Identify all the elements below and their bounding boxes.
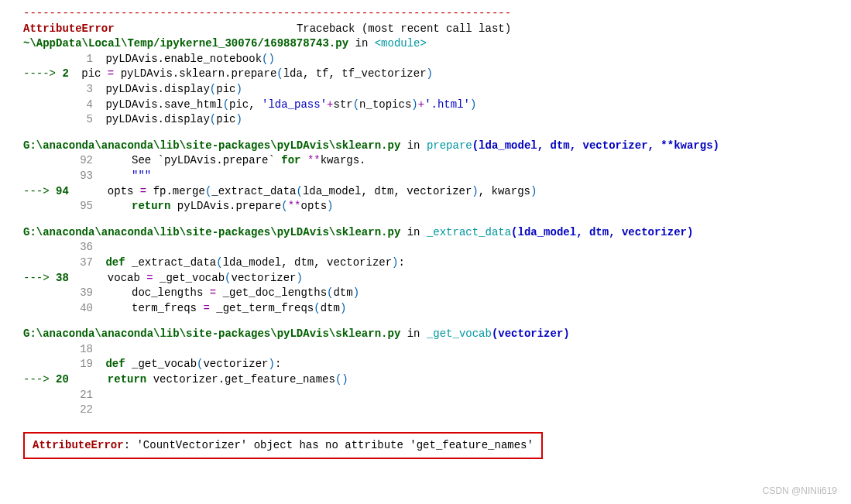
code-line: 93 """: [23, 169, 836, 184]
final-error-box: AttributeError: 'CountVectorizer' object…: [23, 432, 543, 460]
code-line: 40 term_freqs = _get_term_freqs(dtm): [23, 301, 836, 317]
header-text: Traceback (most recent call last): [297, 22, 511, 35]
code-line: 92 See `pyLDAvis.prepare` for **kwargs.: [23, 153, 836, 169]
final-error-name: AttributeError: [33, 439, 124, 451]
error-name: AttributeError: [23, 22, 115, 35]
separator-line: ----------------------------------------…: [23, 6, 836, 22]
code-line: 22: [23, 403, 836, 418]
code-line-current: ---> 94 opts = fp.merge(_extract_data(ld…: [23, 184, 836, 200]
code-line: 95 return pyLDAvis.prepare(**opts): [23, 199, 836, 214]
traceback-output: ----------------------------------------…: [0, 0, 851, 426]
code-line: 21: [23, 388, 836, 403]
code-line-current: ---> 38 vocab = _get_vocab(vectorizer): [23, 271, 836, 286]
code-line: 36: [23, 240, 836, 255]
code-line: 1 pyLDAvis.enable_notebook(): [23, 52, 836, 67]
code-line-current: ----> 2 pic = pyLDAvis.sklearn.prepare(l…: [23, 67, 836, 82]
code-line: 18: [23, 342, 836, 358]
code-line: 37 def _extract_data(lda_model, dtm, vec…: [23, 255, 836, 271]
frame1-header: ~\AppData\Local\Temp/ipykernel_30076/169…: [23, 36, 836, 52]
code-line: 4 pyLDAvis.save_html(pic, 'lda_pass'+str…: [23, 98, 836, 113]
frame2-header: G:\anaconda\anaconda\lib\site-packages\p…: [23, 139, 836, 154]
frame4-header: G:\anaconda\anaconda\lib\site-packages\p…: [23, 327, 836, 342]
code-line-current: ---> 20 return vectorizer.get_feature_na…: [23, 372, 836, 388]
frame3-header: G:\anaconda\anaconda\lib\site-packages\p…: [23, 225, 836, 241]
final-error-msg: 'CountVectorizer' object has no attribut…: [136, 439, 533, 451]
code-line: 19 def _get_vocab(vectorizer):: [23, 357, 836, 372]
code-line: 3 pyLDAvis.display(pic): [23, 82, 836, 98]
traceback-header: AttributeError Traceback (most recent ca…: [23, 22, 836, 37]
code-line: 5 pyLDAvis.display(pic): [23, 112, 836, 128]
code-line: 39 doc_lengths = _get_doc_lengths(dtm): [23, 286, 836, 301]
